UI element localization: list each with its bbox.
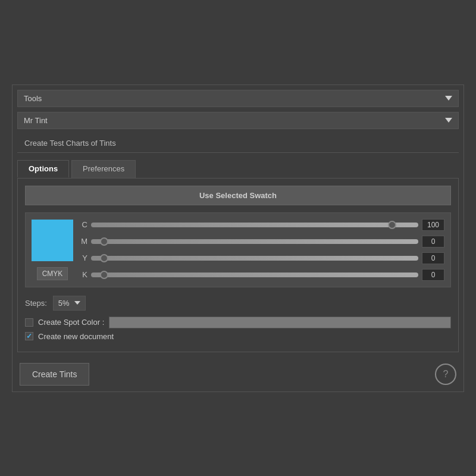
- tab-preferences[interactable]: Preferences: [71, 160, 136, 178]
- slider-label-y: Y: [79, 253, 87, 262]
- slider-track-m[interactable]: [91, 239, 418, 244]
- spot-color-checkbox[interactable]: [25, 318, 33, 327]
- steps-dropdown[interactable]: 5%: [53, 296, 86, 311]
- spot-color-label: Create Spot Color :: [38, 318, 104, 327]
- tab-options[interactable]: Options: [17, 160, 69, 178]
- sliders-area: C M Y: [79, 219, 444, 281]
- mr-tint-arrow-icon: [445, 118, 452, 123]
- use-selected-swatch-button[interactable]: Use Selected Swatch: [25, 186, 451, 205]
- spot-color-input[interactable]: [109, 317, 451, 328]
- tabs-container: Options Preferences: [17, 160, 459, 178]
- steps-arrow-icon: [74, 301, 80, 305]
- slider-value-c[interactable]: [422, 219, 444, 231]
- steps-value: 5%: [58, 299, 70, 308]
- slider-thumb-m[interactable]: [100, 237, 108, 246]
- slider-value-m[interactable]: [422, 236, 444, 248]
- slider-label-k: K: [79, 270, 87, 279]
- tools-dropdown[interactable]: Tools: [17, 90, 459, 107]
- mr-tint-dropdown[interactable]: Mr Tint: [17, 112, 459, 129]
- slider-value-k[interactable]: [422, 269, 444, 281]
- slider-row-k: K: [79, 269, 444, 281]
- slider-track-k[interactable]: [91, 273, 418, 277]
- color-preview-swatch: [32, 220, 73, 261]
- new-doc-row: Create new document: [25, 332, 451, 341]
- slider-row-y: Y: [79, 252, 444, 264]
- color-box-row: CMYK C M: [25, 212, 451, 287]
- slider-track-c[interactable]: [91, 223, 418, 227]
- section-title: Create Test Charts of Tints: [17, 134, 459, 153]
- cmyk-mode-button[interactable]: CMYK: [37, 267, 68, 280]
- steps-label: Steps:: [25, 299, 47, 308]
- spot-color-row: Create Spot Color :: [25, 317, 451, 328]
- mr-tint-label: Mr Tint: [24, 116, 48, 125]
- slider-thumb-y[interactable]: [100, 254, 108, 262]
- bottom-bar: Create Tints ?: [12, 357, 464, 392]
- slider-thumb-c[interactable]: [388, 221, 396, 229]
- slider-track-y[interactable]: [91, 256, 418, 261]
- new-doc-label: Create new document: [38, 332, 114, 341]
- steps-row: Steps: 5%: [25, 296, 451, 311]
- slider-label-m: M: [79, 237, 87, 246]
- tools-label: Tools: [24, 94, 42, 103]
- tools-arrow-icon: [445, 96, 452, 101]
- slider-thumb-k[interactable]: [100, 271, 108, 279]
- main-panel: Tools Mr Tint Create Test Charts of Tint…: [12, 84, 464, 392]
- slider-row-c: C: [79, 219, 444, 231]
- create-tints-button[interactable]: Create Tints: [20, 363, 89, 386]
- new-doc-checkbox[interactable]: [25, 332, 33, 340]
- slider-row-m: M: [79, 236, 444, 248]
- slider-label-c: C: [79, 220, 87, 229]
- slider-value-y[interactable]: [422, 252, 444, 264]
- tab-content-options: Use Selected Swatch CMYK C: [17, 178, 459, 352]
- help-button[interactable]: ?: [435, 364, 456, 385]
